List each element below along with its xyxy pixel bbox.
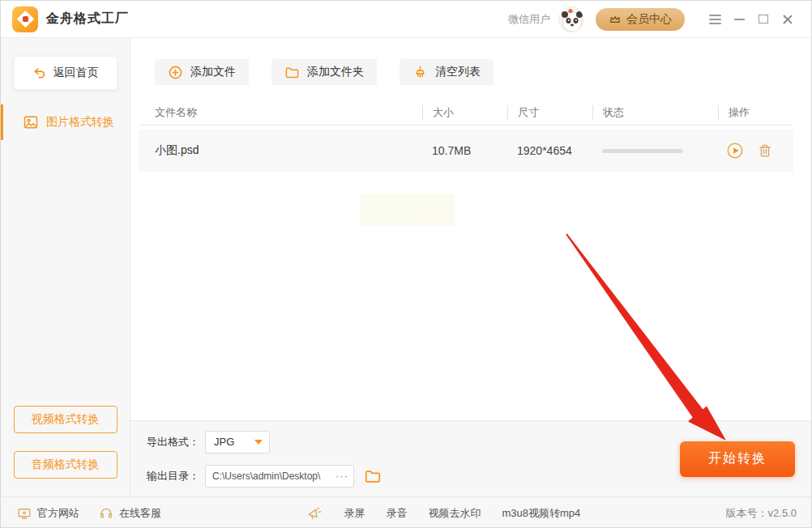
- member-center-label: 会员中心: [626, 12, 672, 27]
- clear-list-button[interactable]: 清空列表: [400, 59, 494, 85]
- start-convert-button[interactable]: 开始转换: [680, 441, 795, 477]
- back-home-label: 返回首页: [53, 66, 99, 80]
- watermark: .7700.189.: [360, 194, 455, 226]
- shortcut-m3u8-convert[interactable]: m3u8视频转mp4: [502, 506, 580, 521]
- file-name: 小图.psd: [139, 143, 422, 158]
- app-window: 金舟格式工厂 微信用户 会: [0, 0, 812, 528]
- minimize-button[interactable]: [727, 7, 751, 32]
- trash-icon: [757, 143, 773, 159]
- plus-circle-icon: [168, 65, 183, 80]
- export-panel: 导出格式： JPG 输出目录： C:\Users\admin\Desktop\ …: [130, 420, 811, 496]
- toolbar: 添加文件 添加文件夹 清空列表: [139, 38, 793, 85]
- delete-row-button[interactable]: [757, 143, 773, 159]
- progress-bar: [602, 149, 683, 153]
- format-select[interactable]: JPG: [205, 431, 270, 453]
- back-home-button[interactable]: 返回首页: [14, 56, 118, 90]
- file-table: 文件名称 大小 尺寸 状态 操作 小图.psd 10.7MB 1920*4654: [139, 100, 793, 172]
- add-folder-icon: [284, 65, 300, 80]
- app-title: 金舟格式工厂: [46, 11, 129, 28]
- table-row: 小图.psd 10.7MB 1920*4654: [139, 130, 793, 172]
- shortcut-screen-record[interactable]: 录屏: [344, 506, 365, 521]
- broom-icon: [412, 65, 428, 80]
- image-icon: [23, 114, 39, 130]
- sidebar-item-image-convert[interactable]: 图片格式转换: [1, 104, 130, 140]
- file-size: 10.7MB: [422, 144, 507, 157]
- open-output-folder-button[interactable]: [364, 467, 382, 485]
- official-site-label: 官方网站: [37, 506, 79, 521]
- menu-button[interactable]: [703, 7, 727, 32]
- footer: 官方网站 在线客服 录屏 录音 视频去水印 m3u8视频转mp4 版本号：v2.…: [1, 496, 811, 528]
- sidebar: 返回首页 图片格式转换 视频格式转换 音频格式转换: [1, 38, 130, 496]
- export-format-label: 导出格式：: [147, 435, 205, 449]
- maximize-button[interactable]: [751, 7, 776, 32]
- official-site-link[interactable]: 官方网站: [17, 506, 79, 521]
- browse-button[interactable]: ···: [335, 470, 348, 482]
- chevron-down-icon: [254, 440, 263, 445]
- add-file-button[interactable]: 添加文件: [155, 59, 249, 85]
- output-path-field[interactable]: C:\Users\admin\Desktop\ ···: [205, 465, 354, 488]
- back-arrow-icon: [32, 66, 47, 80]
- online-support-link[interactable]: 在线客服: [99, 506, 161, 521]
- col-dimensions: 尺寸: [507, 105, 592, 120]
- sidebar-item-label: 图片格式转换: [46, 115, 114, 130]
- table-header: 文件名称 大小 尺寸 状态 操作: [139, 100, 793, 126]
- version-label: 版本号：v2.5.0: [726, 506, 797, 521]
- output-path-value: C:\Users\admin\Desktop\: [212, 471, 335, 482]
- convert-row-button[interactable]: [726, 142, 744, 160]
- crown-icon: [609, 13, 622, 26]
- megaphone-icon: [306, 505, 323, 522]
- minimize-icon: [734, 19, 745, 20]
- play-circle-icon: [726, 142, 744, 160]
- add-folder-button[interactable]: 添加文件夹: [271, 59, 377, 85]
- content-area: 添加文件 添加文件夹 清空列表: [130, 38, 811, 420]
- online-support-label: 在线客服: [119, 506, 161, 521]
- clear-list-label: 清空列表: [435, 65, 481, 79]
- close-button[interactable]: [776, 7, 800, 32]
- headset-icon: [99, 506, 113, 521]
- sidebar-audio-convert-button[interactable]: 音频格式转换: [14, 451, 118, 479]
- close-icon: [782, 14, 793, 25]
- panda-avatar-icon: [559, 7, 584, 32]
- user-avatar[interactable]: [558, 6, 584, 32]
- sidebar-video-convert-button[interactable]: 视频格式转换: [14, 406, 118, 433]
- monitor-icon: [17, 506, 32, 521]
- titlebar: 金舟格式工厂 微信用户 会: [1, 1, 811, 38]
- col-size: 大小: [422, 105, 507, 120]
- maximize-icon: [759, 15, 768, 23]
- file-status: [592, 149, 718, 153]
- col-filename: 文件名称: [139, 105, 422, 120]
- folder-icon: [364, 467, 382, 485]
- format-select-value: JPG: [206, 436, 234, 448]
- app-logo-icon: [12, 6, 38, 32]
- shortcut-audio-record[interactable]: 录音: [386, 506, 407, 521]
- user-name-label: 微信用户: [508, 12, 550, 27]
- hamburger-icon: [709, 15, 721, 24]
- member-center-button[interactable]: 会员中心: [596, 8, 685, 31]
- col-actions: 操作: [718, 105, 793, 120]
- add-folder-label: 添加文件夹: [307, 65, 364, 79]
- output-dir-label: 输出目录：: [147, 469, 205, 483]
- add-file-label: 添加文件: [190, 65, 236, 79]
- shortcut-video-watermark[interactable]: 视频去水印: [428, 506, 481, 521]
- file-dimensions: 1920*4654: [507, 144, 592, 157]
- col-status: 状态: [592, 105, 718, 120]
